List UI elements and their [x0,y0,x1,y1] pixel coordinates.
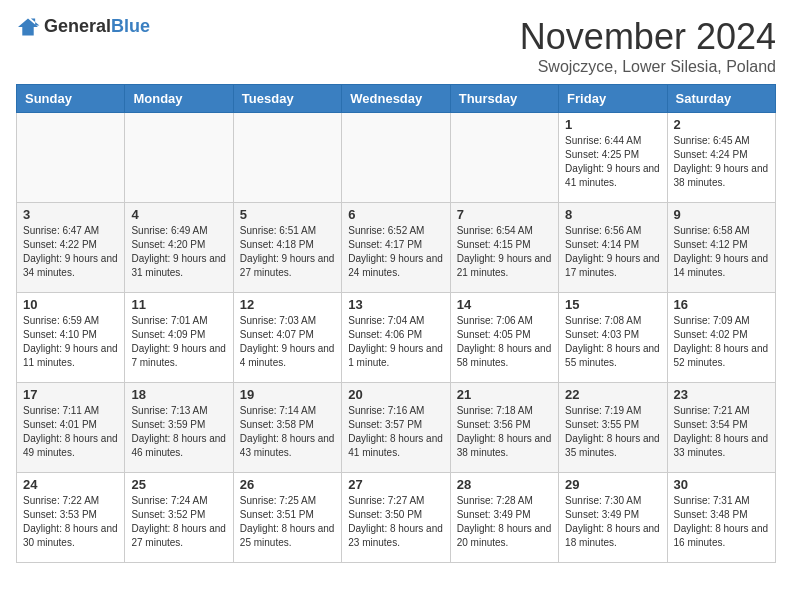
calendar-table: SundayMondayTuesdayWednesdayThursdayFrid… [16,84,776,563]
day-number: 18 [131,387,226,402]
day-number: 13 [348,297,443,312]
day-number: 5 [240,207,335,222]
day-cell: 9Sunrise: 6:58 AM Sunset: 4:12 PM Daylig… [667,203,775,293]
day-info: Sunrise: 7:11 AM Sunset: 4:01 PM Dayligh… [23,404,118,460]
day-cell: 17Sunrise: 7:11 AM Sunset: 4:01 PM Dayli… [17,383,125,473]
day-number: 12 [240,297,335,312]
day-info: Sunrise: 7:08 AM Sunset: 4:03 PM Dayligh… [565,314,660,370]
day-number: 15 [565,297,660,312]
day-cell [125,113,233,203]
logo: GeneralBlue [16,16,150,37]
day-number: 25 [131,477,226,492]
day-number: 27 [348,477,443,492]
column-header-friday: Friday [559,85,667,113]
day-cell [450,113,558,203]
day-cell: 24Sunrise: 7:22 AM Sunset: 3:53 PM Dayli… [17,473,125,563]
day-cell: 5Sunrise: 6:51 AM Sunset: 4:18 PM Daylig… [233,203,341,293]
day-cell: 13Sunrise: 7:04 AM Sunset: 4:06 PM Dayli… [342,293,450,383]
day-info: Sunrise: 7:28 AM Sunset: 3:49 PM Dayligh… [457,494,552,550]
day-number: 14 [457,297,552,312]
day-info: Sunrise: 7:01 AM Sunset: 4:09 PM Dayligh… [131,314,226,370]
day-number: 26 [240,477,335,492]
column-header-monday: Monday [125,85,233,113]
day-number: 23 [674,387,769,402]
day-cell: 22Sunrise: 7:19 AM Sunset: 3:55 PM Dayli… [559,383,667,473]
header: GeneralBlue November 2024 Swojczyce, Low… [16,16,776,76]
day-number: 7 [457,207,552,222]
day-cell: 10Sunrise: 6:59 AM Sunset: 4:10 PM Dayli… [17,293,125,383]
day-cell: 4Sunrise: 6:49 AM Sunset: 4:20 PM Daylig… [125,203,233,293]
day-cell: 25Sunrise: 7:24 AM Sunset: 3:52 PM Dayli… [125,473,233,563]
column-header-saturday: Saturday [667,85,775,113]
day-cell: 12Sunrise: 7:03 AM Sunset: 4:07 PM Dayli… [233,293,341,383]
location-subtitle: Swojczyce, Lower Silesia, Poland [520,58,776,76]
day-info: Sunrise: 7:27 AM Sunset: 3:50 PM Dayligh… [348,494,443,550]
day-cell: 23Sunrise: 7:21 AM Sunset: 3:54 PM Dayli… [667,383,775,473]
day-cell [342,113,450,203]
day-number: 4 [131,207,226,222]
day-info: Sunrise: 7:19 AM Sunset: 3:55 PM Dayligh… [565,404,660,460]
day-info: Sunrise: 7:31 AM Sunset: 3:48 PM Dayligh… [674,494,769,550]
week-row-2: 3Sunrise: 6:47 AM Sunset: 4:22 PM Daylig… [17,203,776,293]
day-number: 20 [348,387,443,402]
day-number: 21 [457,387,552,402]
day-number: 9 [674,207,769,222]
day-number: 11 [131,297,226,312]
day-info: Sunrise: 6:49 AM Sunset: 4:20 PM Dayligh… [131,224,226,280]
column-header-sunday: Sunday [17,85,125,113]
day-cell: 6Sunrise: 6:52 AM Sunset: 4:17 PM Daylig… [342,203,450,293]
calendar-header: SundayMondayTuesdayWednesdayThursdayFrid… [17,85,776,113]
day-cell: 21Sunrise: 7:18 AM Sunset: 3:56 PM Dayli… [450,383,558,473]
day-number: 2 [674,117,769,132]
day-info: Sunrise: 6:54 AM Sunset: 4:15 PM Dayligh… [457,224,552,280]
day-info: Sunrise: 7:03 AM Sunset: 4:07 PM Dayligh… [240,314,335,370]
day-info: Sunrise: 6:52 AM Sunset: 4:17 PM Dayligh… [348,224,443,280]
day-number: 29 [565,477,660,492]
day-cell: 20Sunrise: 7:16 AM Sunset: 3:57 PM Dayli… [342,383,450,473]
column-header-tuesday: Tuesday [233,85,341,113]
column-header-thursday: Thursday [450,85,558,113]
day-info: Sunrise: 7:24 AM Sunset: 3:52 PM Dayligh… [131,494,226,550]
week-row-1: 1Sunrise: 6:44 AM Sunset: 4:25 PM Daylig… [17,113,776,203]
day-number: 17 [23,387,118,402]
day-number: 16 [674,297,769,312]
day-number: 24 [23,477,118,492]
day-cell: 27Sunrise: 7:27 AM Sunset: 3:50 PM Dayli… [342,473,450,563]
logo-text-general: General [44,16,111,36]
day-info: Sunrise: 6:59 AM Sunset: 4:10 PM Dayligh… [23,314,118,370]
day-cell: 19Sunrise: 7:14 AM Sunset: 3:58 PM Dayli… [233,383,341,473]
day-number: 22 [565,387,660,402]
day-number: 6 [348,207,443,222]
day-cell: 2Sunrise: 6:45 AM Sunset: 4:24 PM Daylig… [667,113,775,203]
calendar-body: 1Sunrise: 6:44 AM Sunset: 4:25 PM Daylig… [17,113,776,563]
logo-text-blue: Blue [111,16,150,36]
day-number: 28 [457,477,552,492]
day-info: Sunrise: 6:51 AM Sunset: 4:18 PM Dayligh… [240,224,335,280]
day-cell: 30Sunrise: 7:31 AM Sunset: 3:48 PM Dayli… [667,473,775,563]
day-info: Sunrise: 6:44 AM Sunset: 4:25 PM Dayligh… [565,134,660,190]
day-cell [233,113,341,203]
day-info: Sunrise: 6:58 AM Sunset: 4:12 PM Dayligh… [674,224,769,280]
day-info: Sunrise: 7:25 AM Sunset: 3:51 PM Dayligh… [240,494,335,550]
day-cell: 29Sunrise: 7:30 AM Sunset: 3:49 PM Dayli… [559,473,667,563]
day-cell: 1Sunrise: 6:44 AM Sunset: 4:25 PM Daylig… [559,113,667,203]
day-number: 19 [240,387,335,402]
day-info: Sunrise: 7:21 AM Sunset: 3:54 PM Dayligh… [674,404,769,460]
day-info: Sunrise: 7:30 AM Sunset: 3:49 PM Dayligh… [565,494,660,550]
day-number: 30 [674,477,769,492]
week-row-5: 24Sunrise: 7:22 AM Sunset: 3:53 PM Dayli… [17,473,776,563]
day-number: 3 [23,207,118,222]
day-cell [17,113,125,203]
column-header-wednesday: Wednesday [342,85,450,113]
header-row: SundayMondayTuesdayWednesdayThursdayFrid… [17,85,776,113]
day-cell: 18Sunrise: 7:13 AM Sunset: 3:59 PM Dayli… [125,383,233,473]
day-info: Sunrise: 7:13 AM Sunset: 3:59 PM Dayligh… [131,404,226,460]
week-row-4: 17Sunrise: 7:11 AM Sunset: 4:01 PM Dayli… [17,383,776,473]
day-info: Sunrise: 7:04 AM Sunset: 4:06 PM Dayligh… [348,314,443,370]
week-row-3: 10Sunrise: 6:59 AM Sunset: 4:10 PM Dayli… [17,293,776,383]
month-title: November 2024 [520,16,776,58]
day-cell: 8Sunrise: 6:56 AM Sunset: 4:14 PM Daylig… [559,203,667,293]
day-cell: 7Sunrise: 6:54 AM Sunset: 4:15 PM Daylig… [450,203,558,293]
day-cell: 14Sunrise: 7:06 AM Sunset: 4:05 PM Dayli… [450,293,558,383]
day-info: Sunrise: 6:47 AM Sunset: 4:22 PM Dayligh… [23,224,118,280]
